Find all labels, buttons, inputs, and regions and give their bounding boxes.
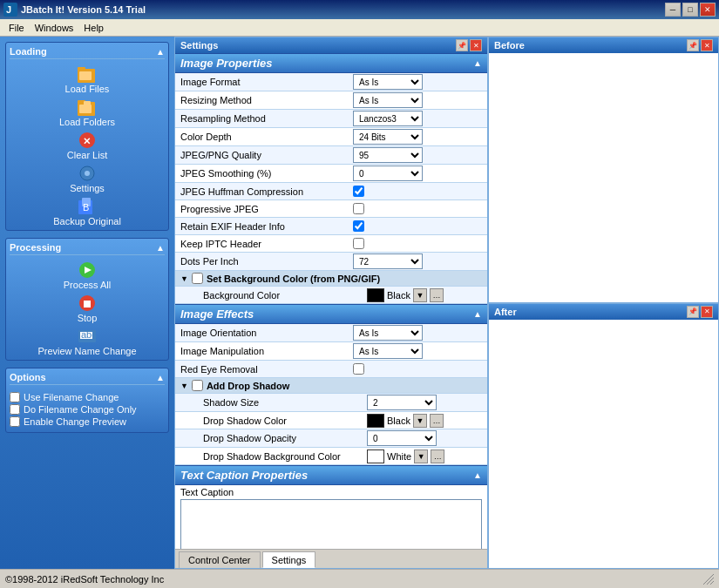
drop-shadow-color-picker-button[interactable]: … [430,414,444,428]
text-caption-row: Text Caption [175,485,487,549]
loading-section: Loading ▲ Load Files [5,42,169,231]
drop-shadow-opacity-row: Drop Shadow Opacity 0255075 [175,429,487,448]
bg-color-section-row: ▼ Set Background Color (from PNG/GIF) [175,271,487,287]
before-close-button[interactable]: ✕ [701,39,713,51]
keep-iptc-row: Keep IPTC Header [175,235,487,253]
settings-title-bar: Settings 📌 ✕ [175,37,487,53]
image-properties-header: Image Properties ▲ [175,53,487,73]
use-filename-change-checkbox[interactable] [10,392,20,402]
options-collapse[interactable]: ▲ [156,373,165,382]
bg-color-picker-button[interactable]: … [430,288,444,302]
processing-collapse[interactable]: ▲ [156,243,165,253]
preview-panels: Before 📌 ✕ After 📌 ✕ [488,37,719,569]
before-title-bar: Before 📌 ✕ [489,37,718,53]
preview-name-change-item[interactable]: abc Preview Name Change [37,327,136,356]
drop-shadow-color-select-button[interactable]: ▼ [413,414,427,428]
settings-item[interactable]: Settings [70,164,105,193]
color-depth-select[interactable]: 24 Bits8 Bits1 Bit [353,129,423,145]
app-title: JBatch It! Version 5.14 Trial [21,4,665,15]
process-all-item[interactable]: Process All [64,260,111,290]
main-layout: Loading ▲ Load Files [0,37,719,569]
image-manipulation-select[interactable]: As IsGrayscaleSepia [353,343,423,359]
jpeg-smoothing-select[interactable]: 01025 [353,166,423,181]
bg-color-enabled-checkbox[interactable] [192,273,203,284]
svg-rect-3 [78,67,85,71]
use-filename-change-option[interactable]: Use Filename Change [10,392,165,402]
do-filename-change-only-checkbox[interactable] [10,404,20,415]
minimize-button[interactable]: ─ [665,3,681,17]
drop-shadow-bg-select-button[interactable]: ▼ [414,449,428,463]
image-orientation-select[interactable]: As IsRotate 90Rotate 180 [353,325,423,341]
svg-text:B: B [83,202,89,213]
drop-shadow-bg-swatch [367,449,384,463]
drop-shadow-section-row: ▼ Add Drop Shadow [175,378,487,394]
dpi-select[interactable]: 7296150300 [353,253,423,269]
jpeg-quality-row: JPEG/PNG Quality 958060 [175,146,487,165]
resizing-method-select[interactable]: As IsFitCrop [353,92,423,108]
drop-shadow-bg-color-name: White [387,451,411,462]
after-title-bar: After 📌 ✕ [489,304,718,320]
stop-item[interactable]: Stop [77,294,98,323]
enable-change-preview-option[interactable]: Enable Change Preview [10,416,165,427]
title-bar: J JBatch It! Version 5.14 Trial ─ □ ✕ [0,0,719,19]
image-effects-collapse[interactable]: ▲ [473,309,482,319]
clear-list-item[interactable]: ✕ Clear List [67,131,107,160]
load-files-icon [77,64,98,84]
text-caption-collapse[interactable]: ▲ [473,470,482,480]
drop-shadow-opacity-select[interactable]: 0255075 [367,430,437,446]
enable-change-preview-checkbox[interactable] [10,416,20,427]
options-section: Options ▲ Use Filename Change Do Filenam… [5,368,169,433]
backup-original-item[interactable]: B Backup Original [53,197,121,226]
menu-windows[interactable]: Windows [30,21,79,35]
image-manipulation-row: Image Manipulation As IsGrayscaleSepia [175,342,487,361]
resampling-method-select[interactable]: Lanczos3BilinearBicubic [353,111,423,126]
menu-file[interactable]: File [3,21,30,35]
loading-collapse[interactable]: ▲ [156,47,165,57]
red-eye-checkbox[interactable] [353,363,364,375]
after-pin-button[interactable]: 📌 [687,306,699,318]
retain-exif-checkbox[interactable] [353,220,364,232]
jpeg-huffman-checkbox[interactable] [353,186,364,197]
tab-settings[interactable]: Settings [262,551,316,568]
text-caption-label: Text Caption [180,487,482,499]
tab-control-center[interactable]: Control Center [179,551,261,568]
loading-header: Loading ▲ [10,46,165,59]
maximize-button[interactable]: □ [682,3,698,17]
image-effects-header: Image Effects ▲ [175,304,487,324]
processing-header: Processing ▲ [10,242,165,255]
progressive-jpeg-checkbox[interactable] [353,203,364,214]
shadow-size-select[interactable]: 21345 [367,395,437,410]
load-folders-item[interactable]: Load Folders [59,98,115,127]
menu-bar: File Windows Help [0,19,719,37]
drop-shadow-bg-color-row: Drop Shadow Background Color White ▼ … [175,448,487,465]
text-caption-textarea[interactable] [180,499,482,549]
before-pin-button[interactable]: 📌 [687,39,699,51]
settings-pin-button[interactable]: 📌 [456,39,468,51]
drop-shadow-enabled-checkbox[interactable] [192,380,203,391]
after-content [489,320,718,569]
dpi-row: Dots Per Inch 7296150300 [175,253,487,271]
image-format-select[interactable]: As IsJPEGPNGGIF [353,74,423,90]
jpeg-quality-select[interactable]: 958060 [353,147,423,163]
bg-color-select-button[interactable]: ▼ [413,288,427,302]
jpeg-huffman-row: JPEG Huffman Compression [175,183,487,200]
drop-shadow-bg-picker-button[interactable]: … [431,449,444,463]
after-close-button[interactable]: ✕ [701,306,713,318]
settings-content[interactable]: Image Properties ▲ Image Format As IsJPE… [175,53,487,549]
load-files-item[interactable]: Load Files [65,64,110,94]
bottom-tabs: Control Center Settings [175,549,487,568]
close-button[interactable]: ✕ [700,3,716,17]
keep-iptc-checkbox[interactable] [353,238,364,249]
process-all-icon [77,260,98,280]
processing-items: Process All Stop abc Preview Name Ch [10,260,165,356]
stop-icon [77,294,98,313]
menu-help[interactable]: Help [78,21,109,35]
retain-exif-row: Retain EXIF Header Info [175,218,487,235]
svg-rect-4 [79,71,92,80]
window-controls: ─ □ ✕ [665,3,716,17]
color-depth-row: Color Depth 24 Bits8 Bits1 Bit [175,128,487,146]
image-properties-collapse[interactable]: ▲ [473,58,482,68]
settings-close-button[interactable]: ✕ [470,39,482,51]
do-filename-change-only-option[interactable]: Do Filename Change Only [10,404,165,415]
svg-rect-8 [84,101,91,108]
